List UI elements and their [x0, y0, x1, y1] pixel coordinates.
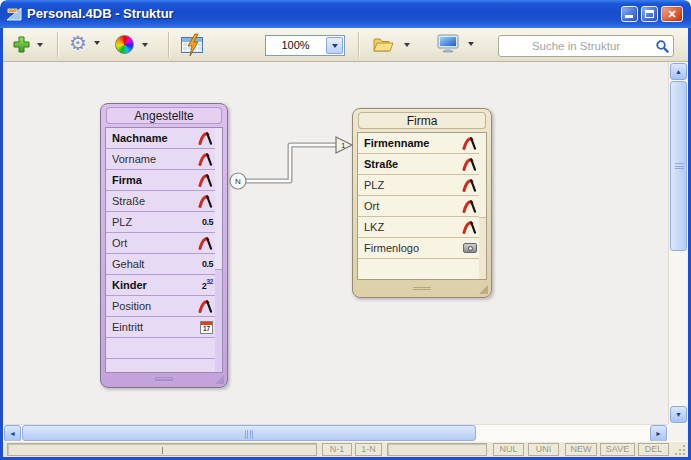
field-row-vorname[interactable]: Vorname [106, 149, 216, 170]
toolbar-separator [57, 32, 58, 57]
toolbar-separator [168, 32, 169, 57]
field-row-firma[interactable]: Firma [106, 170, 216, 191]
del-button[interactable]: DEL [638, 443, 669, 456]
field-row-ort[interactable]: Ort [358, 196, 480, 217]
field-row-position[interactable]: Position [106, 296, 216, 317]
field-row-firmenlogo[interactable]: Firmenlogo [358, 238, 480, 259]
window-border-left [0, 28, 3, 457]
field-type-icon-cell [457, 178, 477, 192]
zoom-select[interactable]: 100% [265, 35, 345, 56]
relation-n1-button[interactable]: N-1 [322, 443, 352, 456]
field-row-ort[interactable]: Ort [106, 233, 216, 254]
chevron-down-icon[interactable] [94, 41, 100, 45]
title-bar[interactable]: Personal.4DB - Struktur ✕ [0, 0, 691, 28]
field-row-straße[interactable]: Straße [358, 154, 480, 175]
add-table-button[interactable] [12, 35, 43, 54]
status-message-field [7, 443, 317, 456]
green-plus-icon [12, 35, 31, 54]
structure-canvas[interactable]: Angestellte NachnameVornameFirmaStraßePL… [3, 62, 668, 424]
relation-line[interactable] [246, 145, 337, 181]
field-type-icon-cell [193, 236, 213, 250]
scroll-up-button[interactable]: ▲ [670, 63, 687, 80]
chevron-down-icon[interactable] [142, 43, 148, 47]
colors-button[interactable] [115, 35, 148, 54]
arrow-down-icon: ▼ [675, 411, 682, 418]
field-label: Gehalt [112, 258, 193, 270]
arrow-up-icon: ▲ [675, 68, 682, 75]
alpha-type-icon [198, 194, 213, 208]
table-firma[interactable]: Firma FirmennameStraßePLZOrtLKZFirmenlog… [352, 108, 492, 298]
vertical-scrollbar[interactable]: ▲ ▼ [668, 62, 688, 424]
minimize-button[interactable] [621, 6, 638, 22]
longint-type-icon: 232 [202, 279, 213, 291]
thumb-grip [675, 163, 684, 170]
scrollbar-corner [668, 424, 688, 441]
settings-button[interactable]: ⚙ [69, 33, 100, 53]
table-angestellte[interactable]: Angestellte NachnameVornameFirmaStraßePL… [100, 103, 228, 388]
vertical-scroll-thumb[interactable] [670, 81, 687, 251]
table-scrollbar[interactable] [479, 132, 487, 280]
alpha-type-icon [198, 236, 213, 250]
chevron-down-icon[interactable] [404, 43, 410, 47]
window-resize-grip[interactable] [675, 445, 677, 447]
real-type-icon: 0.5 [202, 217, 213, 227]
field-row-kinder[interactable]: Kinder232 [106, 275, 216, 296]
search-icon[interactable] [655, 39, 670, 58]
table-scrollbar[interactable] [215, 127, 223, 373]
table-grip-handle[interactable] [155, 377, 173, 382]
relation-one-label: 1 [341, 141, 346, 150]
field-label: Kinder [112, 279, 193, 291]
field-row-plz[interactable]: PLZ [358, 175, 480, 196]
horizontal-scrollbar[interactable]: ◄ ► [3, 424, 668, 441]
scroll-left-button[interactable]: ◄ [4, 425, 21, 442]
alpha-type-icon [198, 299, 213, 313]
field-row-lkz[interactable]: LKZ [358, 217, 480, 238]
field-row-plz[interactable]: PLZ0.5 [106, 212, 216, 233]
field-label: Straße [364, 158, 457, 170]
field-row-firmenname[interactable]: Firmenname [358, 133, 480, 154]
trigger-table-button[interactable] [181, 36, 205, 54]
field-type-icon-cell [193, 194, 213, 208]
field-row-gehalt[interactable]: Gehalt0.5 [106, 254, 216, 275]
status-info-field [387, 443, 487, 456]
table-resize-handle[interactable] [479, 285, 488, 294]
table-resize-handle[interactable] [215, 375, 224, 384]
alpha-type-icon [462, 220, 477, 234]
scroll-right-button[interactable]: ► [650, 425, 667, 442]
alpha-type-icon [198, 152, 213, 166]
alpha-type-icon [462, 157, 477, 171]
app-window: Personal.4DB - Struktur ✕ ⚙ [0, 0, 691, 460]
toolbar-separator [358, 32, 359, 57]
close-button[interactable]: ✕ [661, 6, 683, 22]
nul-button[interactable]: NUL [493, 443, 524, 456]
scroll-down-button[interactable]: ▼ [670, 406, 687, 423]
field-row-nachname[interactable]: Nachname [106, 128, 216, 149]
field-label: Firmenlogo [364, 242, 457, 254]
table-title[interactable]: Angestellte [106, 107, 222, 124]
field-row-straße[interactable]: Straße [106, 191, 216, 212]
relation-1n-button[interactable]: 1-N [355, 443, 382, 456]
new-button[interactable]: NEW [565, 443, 597, 456]
field-row-eintritt[interactable]: Eintritt17 [106, 317, 216, 338]
close-icon: ✕ [667, 8, 676, 20]
field-type-icon-cell: 17 [193, 321, 213, 334]
maximize-button[interactable] [641, 6, 658, 22]
chevron-down-icon[interactable] [468, 42, 474, 46]
chevron-down-icon[interactable] [37, 43, 43, 47]
horizontal-scroll-thumb[interactable] [22, 425, 476, 441]
alpha-type-icon [198, 131, 213, 145]
table-title[interactable]: Firma [358, 112, 486, 129]
search-input[interactable] [503, 37, 649, 55]
table-grip-handle[interactable] [413, 287, 431, 292]
zoom-dropdown-button[interactable] [326, 37, 343, 54]
relation-circle-n[interactable] [230, 173, 246, 189]
relation-arrow-1[interactable] [336, 137, 352, 153]
save-button[interactable]: SAVE [600, 443, 635, 456]
color-wheel-icon [115, 35, 134, 54]
uni-button[interactable]: UNI [528, 443, 559, 456]
open-button[interactable] [371, 35, 410, 54]
field-type-icon-cell [193, 152, 213, 166]
display-button[interactable] [437, 34, 474, 54]
empty-field-row[interactable] [106, 338, 216, 359]
arrow-right-icon: ► [655, 430, 662, 437]
